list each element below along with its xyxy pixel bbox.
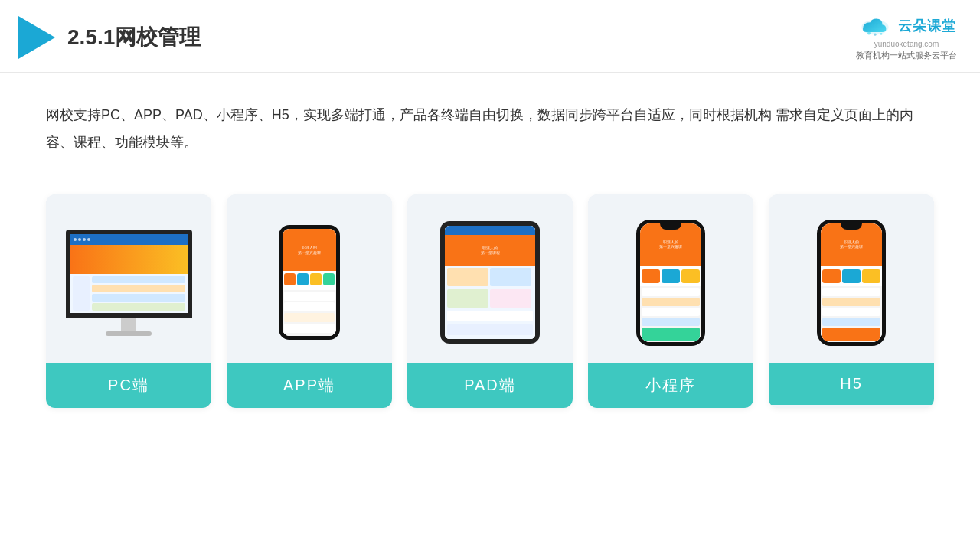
card-pc-label: PC端 [46,363,211,408]
app-phone-icon: 职涯人的第一堂兴趣课 [279,225,340,340]
card-pad: 职涯人的第一堂课程 PAD端 [407,194,573,408]
cloud-icon [857,14,893,38]
page-title: 2.5.1网校管理 [67,23,201,52]
monitor-screen [66,230,192,318]
platform-cards: PC端 职涯人的第一堂兴趣课 [0,179,980,431]
cloud-logo-area: 云朵课堂 [857,14,956,38]
card-pc: PC端 [46,194,211,408]
card-miniprogram-image: 职涯人的第一堂兴趣课 [588,194,753,363]
card-app-label: APP端 [227,363,392,408]
header-left: 2.5.1网校管理 [18,16,201,59]
card-app: 职涯人的第一堂兴趣课 APP端 [227,194,392,408]
logo-name: 云朵课堂 [898,17,956,35]
pc-monitor-icon [66,230,192,336]
card-pad-label: PAD端 [407,363,573,408]
card-app-image: 职涯人的第一堂兴趣课 [227,194,392,363]
miniprogram-phone-icon: 职涯人的第一堂兴趣课 [636,220,705,346]
card-h5: 职涯人的第一堂兴趣课 H5 [769,194,934,408]
card-h5-label: H5 [769,363,934,405]
card-miniprogram: 职涯人的第一堂兴趣课 小程序 [588,194,753,408]
card-pad-image: 职涯人的第一堂课程 [407,194,573,363]
logo-url: yunduoketang.com [874,40,939,48]
svg-point-1 [867,32,871,35]
header: 2.5.1网校管理 云朵课堂 yunduoket [0,0,980,73]
h5-phone-icon: 职涯人的第一堂兴趣课 [817,220,886,346]
tablet-icon: 职涯人的第一堂课程 [440,221,540,344]
svg-point-3 [880,33,883,35]
logo-subtitle: 教育机构一站式服务云平台 [856,50,957,61]
svg-point-2 [874,34,876,36]
brand-logo: 云朵课堂 yunduoketang.com 教育机构一站式服务云平台 [856,14,957,61]
card-miniprogram-label: 小程序 [588,363,753,408]
logo-triangle-icon [18,16,55,59]
description-text: 网校支持PC、APP、PAD、小程序、H5，实现多端打通，产品各终端自由切换，数… [0,73,980,171]
card-h5-image: 职涯人的第一堂兴趣课 [769,194,934,363]
card-pc-image [46,194,211,363]
